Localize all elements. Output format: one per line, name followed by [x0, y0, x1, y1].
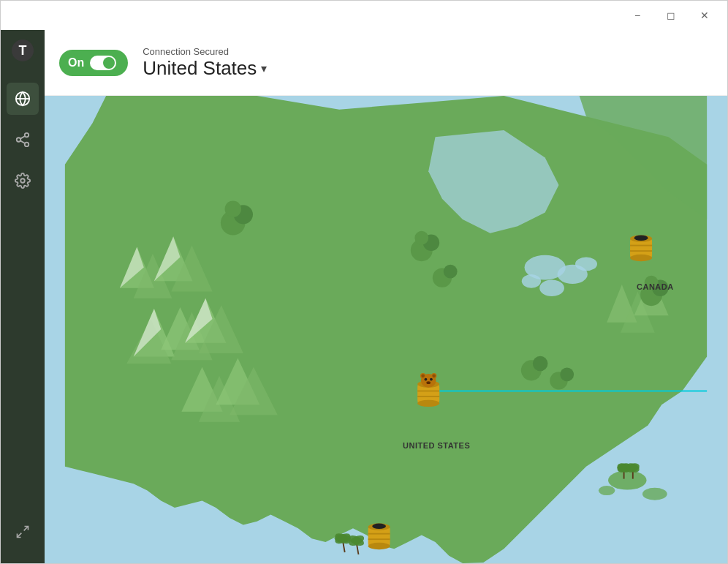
sidebar-item-settings[interactable] [7, 165, 39, 197]
svg-point-56 [599, 486, 615, 495]
sidebar: T [1, 30, 45, 563]
svg-point-50 [560, 368, 574, 382]
svg-point-77 [634, 235, 648, 241]
svg-point-96 [372, 524, 386, 530]
svg-line-7 [20, 140, 25, 143]
app-logo: T [10, 37, 36, 64]
svg-point-44 [414, 231, 428, 245]
map-area: CANADA UNITED STATES MEXICO [45, 96, 727, 563]
svg-point-16 [522, 274, 541, 288]
header-info: Connection Secured United States ▾ [143, 46, 267, 80]
svg-point-48 [533, 356, 548, 372]
svg-point-89 [430, 378, 433, 381]
svg-point-41 [224, 201, 241, 218]
app-container: T [1, 30, 727, 563]
svg-point-46 [444, 265, 458, 279]
header: On Connection Secured United States ▾ [45, 30, 727, 96]
svg-point-54 [608, 470, 647, 489]
map-svg [45, 96, 727, 563]
svg-line-11 [18, 533, 22, 538]
canada-label: CANADA [637, 282, 674, 291]
svg-point-15 [539, 279, 564, 296]
svg-point-87 [432, 374, 436, 377]
location-name-text: United States [143, 57, 257, 80]
svg-point-67 [335, 535, 352, 543]
svg-point-55 [642, 488, 667, 500]
title-bar: − ◻ ✕ [1, 1, 727, 30]
svg-point-93 [368, 543, 390, 549]
minimize-button[interactable]: − [621, 4, 654, 27]
svg-point-86 [421, 374, 425, 377]
svg-point-90 [426, 381, 431, 384]
content-area: On Connection Secured United States ▾ [45, 30, 727, 563]
connection-status: Connection Secured [143, 46, 267, 57]
svg-point-88 [425, 378, 428, 381]
svg-line-8 [20, 136, 25, 139]
toggle-label: On [68, 56, 84, 69]
svg-point-17 [575, 257, 597, 271]
sidebar-item-compress[interactable] [7, 519, 39, 552]
svg-point-9 [20, 178, 25, 183]
united-states-label: UNITED STATES [403, 441, 470, 450]
location-selector[interactable]: United States ▾ [143, 57, 267, 80]
toggle-switch [90, 56, 116, 70]
svg-point-74 [630, 255, 652, 261]
vpn-toggle[interactable]: On [59, 50, 128, 76]
svg-point-80 [417, 400, 439, 407]
sidebar-item-share[interactable] [7, 124, 39, 156]
svg-text:T: T [19, 43, 27, 58]
svg-point-6 [25, 143, 29, 147]
svg-point-5 [17, 138, 21, 142]
svg-line-10 [24, 527, 29, 531]
close-button[interactable]: ✕ [688, 4, 721, 27]
svg-point-4 [25, 133, 29, 138]
maximize-button[interactable]: ◻ [654, 4, 688, 27]
location-chevron-icon: ▾ [261, 61, 267, 75]
sidebar-item-map[interactable] [7, 83, 39, 115]
